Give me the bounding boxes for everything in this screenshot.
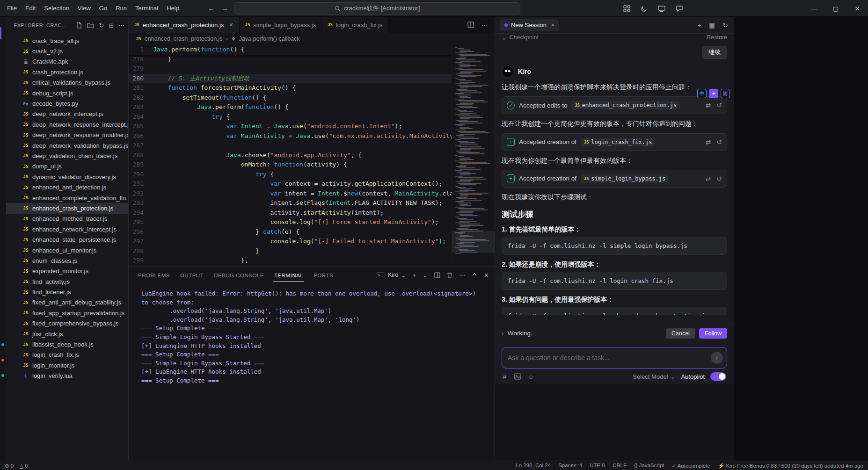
file-item[interactable]: JS dynamic_validator_discovery.js: [6, 172, 128, 182]
code-line-292[interactable]: 292 var intent = Intent.$new(context, Ma…: [129, 189, 495, 199]
code-line-288[interactable]: 288 Java.choose("android.app.Activity", …: [129, 151, 495, 160]
collapse-all-icon[interactable]: ⊟: [109, 22, 114, 29]
code-line-291[interactable]: 291 var context = activity.getApplicatio…: [129, 179, 495, 189]
file-item[interactable]: ≣ CrackMe.apk: [6, 57, 128, 67]
mcp-circle-icon[interactable]: ○: [529, 373, 533, 381]
panel-tab-terminal[interactable]: TERMINAL: [273, 269, 304, 282]
file-item[interactable]: JS enhanced_network_intercept.js: [6, 224, 128, 234]
file-item[interactable]: JS enhanced_crash_protection.js: [6, 203, 128, 213]
menu-file[interactable]: File: [3, 3, 21, 14]
breadcrumb[interactable]: JS enhanced_crash_protection.js › ❖ Java…: [129, 33, 495, 45]
terminal-profile[interactable]: >_ Kiro ⌄: [376, 272, 406, 279]
status-warnings[interactable]: △ 0: [19, 463, 28, 469]
diff-icon[interactable]: ⇄: [706, 175, 711, 182]
panel-layout-icon[interactable]: ▣: [709, 22, 715, 29]
split-terminal-icon[interactable]: [434, 272, 440, 278]
command-center-search[interactable]: crackme软件 [Administrator]: [234, 2, 520, 14]
file-item[interactable]: JS fixed_anti_anti_debug_stability.js: [6, 297, 128, 308]
file-item[interactable]: JS login_crash_fix.js: [6, 350, 128, 360]
close-panel-icon[interactable]: ✕: [484, 272, 489, 279]
status-errors[interactable]: ⊘ 0: [5, 463, 14, 469]
cancel-button[interactable]: Cancel: [666, 328, 695, 339]
code-editor[interactable]: 1 Java.perform(function() { 278 } 279 28…: [129, 45, 495, 267]
editor-tab[interactable]: JS simple_login_bypass.js: [240, 17, 322, 33]
file-item[interactable]: JS crack_trace_all.js: [6, 36, 128, 46]
menu-go[interactable]: Go: [95, 3, 111, 14]
editor-tab[interactable]: JS login_crash_fix.js: [322, 17, 389, 33]
accepted-card[interactable]: + Accepted creation of JSsimple_login_by…: [502, 170, 727, 188]
code-line-294[interactable]: 294 activity.startActivity(intent);: [129, 208, 495, 218]
restore-button[interactable]: Restore: [707, 34, 727, 41]
file-item[interactable]: JS deep_validation_chain_tracer.js: [6, 151, 128, 161]
file-chip[interactable]: JSenhanced_crash_protection.js: [572, 101, 680, 109]
chevron-right-icon[interactable]: ›: [502, 330, 504, 337]
file-item[interactable]: JS debug_script.js: [6, 88, 128, 98]
status-indentation[interactable]: Spaces: 4: [558, 463, 582, 469]
revert-icon[interactable]: ↺: [716, 101, 722, 109]
code-line-289[interactable]: 289 onMatch: function(activity) {: [129, 160, 495, 170]
accepted-card[interactable]: + Accepted creation of JSlogin_crash_fix…: [502, 133, 727, 151]
maximize-panel-icon[interactable]: [472, 272, 477, 278]
menu-help[interactable]: Help: [162, 3, 183, 14]
file-item[interactable]: JS critical_validations_bypass.js: [6, 78, 128, 88]
chat-input-box[interactable]: ↑: [502, 347, 727, 369]
editor-more-icon[interactable]: ⋯: [481, 21, 488, 29]
screen-share-icon[interactable]: [658, 5, 665, 12]
menu-terminal[interactable]: Terminal: [131, 3, 162, 14]
code-line-279[interactable]: 279: [129, 64, 495, 74]
new-folder-icon[interactable]: [87, 22, 94, 29]
maximize-icon[interactable]: ▢: [825, 0, 846, 17]
minimap-slider[interactable]: [452, 231, 495, 253]
file-item[interactable]: Py decode_bytes.py: [6, 98, 128, 108]
attach-image-icon[interactable]: [514, 373, 521, 380]
translate-simplified-icon[interactable]: 简: [721, 89, 730, 98]
panel-more-icon[interactable]: ⋯: [459, 272, 465, 279]
minimize-icon[interactable]: —: [803, 0, 825, 17]
refresh-icon[interactable]: ↻: [99, 22, 104, 29]
history-icon[interactable]: ↻: [722, 22, 728, 29]
panel-tab-debug-console[interactable]: DEBUG CONSOLE: [213, 269, 265, 282]
file-item[interactable]: JS crash_protection.js: [6, 67, 128, 77]
panel-tab-problems[interactable]: PROBLEMS: [137, 269, 171, 282]
panel-tab-output[interactable]: OUTPUT: [179, 269, 204, 282]
file-item[interactable]: JS enhanced_complete_validation_flo...: [6, 193, 128, 203]
file-item[interactable]: JS login_monitor.js: [6, 360, 128, 370]
close-session-icon[interactable]: ✕: [551, 22, 554, 28]
file-item[interactable]: JS dump_ui.js: [6, 161, 128, 172]
diff-icon[interactable]: ⇄: [706, 101, 711, 109]
select-model-button[interactable]: Select Model ⌄: [633, 373, 675, 380]
file-item[interactable]: JS find_listener.js: [6, 287, 128, 297]
file-item[interactable]: JS deep_network_validation_bypass.js: [6, 140, 128, 151]
code-line-280[interactable]: 280 // 5. 主Activity强制启动: [129, 74, 495, 84]
status-kiro-usage[interactable]: ⚡ Kiro Free Bonus 0.63 / 500 (30 days le…: [718, 463, 863, 469]
code-line-295[interactable]: 295 console.log("[+] Force started MainA…: [129, 217, 495, 227]
file-item[interactable]: JS enhanced_method_tracer.js: [6, 214, 128, 224]
revert-icon[interactable]: ↺: [716, 138, 722, 146]
file-item[interactable]: ☾ login_verify.lua: [6, 371, 128, 381]
file-item[interactable]: JS expanded_monitor.js: [6, 266, 128, 276]
sparkle-icon[interactable]: ✦: [709, 89, 718, 98]
apps-grid-icon[interactable]: [623, 5, 630, 12]
send-icon[interactable]: ↑: [711, 352, 723, 364]
file-item[interactable]: JS libassist_deep_hook.js: [6, 339, 128, 349]
chat-bubble-icon[interactable]: [676, 5, 683, 12]
code-line-283[interactable]: 283 Java.perform(function() {: [129, 102, 495, 112]
split-editor-icon[interactable]: [467, 22, 474, 28]
code-line-284[interactable]: 284 try {: [129, 112, 495, 122]
back-icon[interactable]: ←: [208, 4, 215, 12]
panel-tab-ports[interactable]: PORTS: [313, 269, 334, 282]
chat-input[interactable]: [508, 354, 711, 362]
code-line-281[interactable]: 281 function forceStartMainActivity() {: [129, 83, 495, 93]
theme-moon-icon[interactable]: [641, 5, 648, 12]
code-line-287[interactable]: 287: [129, 141, 495, 151]
menu-selection[interactable]: Selection: [40, 3, 73, 14]
code-line-297[interactable]: 297 console.log("[-] Failed to start Mai…: [129, 237, 495, 246]
status-encoding[interactable]: UTF-8: [590, 463, 605, 469]
file-item[interactable]: JS deep_network_response_modifier.js: [6, 130, 128, 140]
menu-view[interactable]: View: [73, 3, 95, 14]
file-item[interactable]: JS enhanced_anti_detection.js: [6, 182, 128, 192]
code-line-298[interactable]: 298 }: [129, 246, 495, 256]
file-chip[interactable]: JSlogin_crash_fix.js: [581, 138, 655, 146]
file-item[interactable]: JS just_click.js: [6, 329, 128, 339]
status-cursor-position[interactable]: Ln 280, Col 24: [516, 463, 551, 469]
